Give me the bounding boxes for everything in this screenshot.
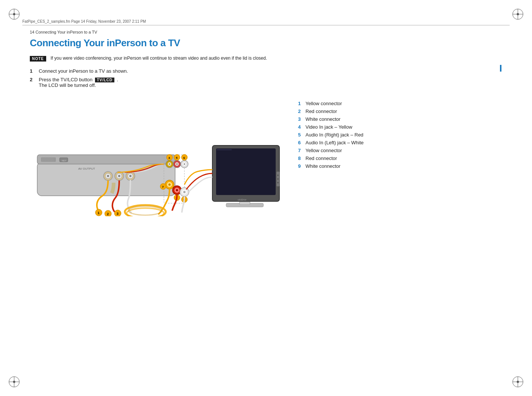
reg-mark-bl [7, 374, 22, 389]
svg-text:vio&me: vio&me [238, 198, 246, 201]
svg-rect-83 [217, 149, 232, 150]
reg-mark-tl [7, 7, 22, 22]
section-header: 14 Connecting Your inPerson to a TV [30, 30, 97, 34]
svg-point-38 [129, 175, 132, 177]
svg-text:6: 6 [183, 156, 185, 160]
legend-num-5: 5 [298, 132, 303, 138]
step-2-text: Press the TV/LCD button TV/LCD . The LCD… [39, 77, 118, 88]
diagram: NET AV OUTPUT [30, 97, 283, 217]
step-1-num: 1 [30, 68, 36, 74]
legend-item-4: 4 Video In jack – Yellow [298, 124, 387, 130]
svg-point-11 [13, 381, 15, 383]
legend-text-6: Audio In (Left) jack – White [305, 140, 364, 145]
legend-text-5: Audio In (Right) jack – Red [305, 132, 363, 138]
svg-point-66 [176, 189, 178, 191]
step-2: 2 Press the TV/LCD button TV/LCD . The L… [30, 77, 502, 88]
legend-text-9: White connector [305, 163, 341, 169]
legend-text-2: Red connector [305, 109, 337, 114]
svg-point-15 [517, 381, 519, 383]
legend-text-1: Yellow connector [305, 101, 342, 106]
svg-rect-17 [37, 155, 175, 164]
legend-text-8: Red connector [305, 155, 337, 161]
legend-item-9: 9 White connector [298, 163, 387, 169]
legend-item-6: 6 Audio In (Left) jack – White [298, 140, 387, 145]
legend-num-3: 3 [298, 116, 303, 122]
note-label: NOTE [30, 56, 46, 62]
legend-item-3: 3 White connector [298, 116, 387, 122]
svg-point-54 [184, 163, 185, 165]
svg-text:NET: NET [62, 160, 66, 162]
svg-text:5: 5 [176, 156, 178, 160]
note-text: If you were video conferencing, your inP… [51, 56, 267, 61]
steps: 1 Connect your inPerson to a TV as shown… [30, 68, 502, 88]
svg-point-87 [277, 178, 279, 180]
svg-point-7 [517, 13, 519, 15]
legend-num-6: 6 [298, 140, 303, 145]
svg-text:1: 1 [98, 211, 99, 215]
svg-point-35 [118, 175, 120, 177]
legend-text-3: White connector [305, 116, 341, 122]
legend-item-5: 5 Audio In (Right) jack – Red [298, 132, 387, 138]
legend-item-8: 8 Red connector [298, 155, 387, 161]
legend-item-2: 2 Red connector [298, 109, 387, 114]
file-info: FatPipe_CES_2_samples.fm Page 14 Friday,… [22, 19, 510, 25]
tvlcd-badge: TV/LCD [95, 78, 114, 82]
legend-text-7: Yellow connector [305, 148, 342, 153]
svg-point-86 [277, 175, 279, 176]
legend-text-4: Video In jack – Yellow [305, 124, 352, 130]
note-accent-bar [500, 65, 501, 72]
svg-text:2: 2 [107, 212, 109, 216]
svg-point-3 [13, 13, 15, 15]
legend-item-7: 7 Yellow connector [298, 148, 387, 153]
note-box: NOTE If you were video conferencing, you… [30, 56, 502, 62]
legend-num-7: 7 [298, 148, 303, 153]
step-1: 1 Connect your inPerson to a TV as shown… [30, 68, 502, 74]
svg-point-69 [183, 191, 186, 193]
svg-text:AV OUTPUT: AV OUTPUT [78, 167, 95, 170]
reg-mark-br [510, 374, 525, 389]
reg-mark-tr [510, 7, 525, 22]
page-title: Connecting Your inPerson to a TV [30, 37, 502, 49]
svg-text:3: 3 [117, 212, 118, 216]
diagram-area: NET AV OUTPUT [30, 97, 502, 217]
svg-text:7: 7 [162, 185, 164, 189]
svg-text:4: 4 [168, 156, 170, 160]
main-content: Connecting Your inPerson to a TV NOTE If… [30, 37, 502, 217]
svg-point-63 [168, 183, 171, 186]
legend: 1 Yellow connector 2 Red connector 3 Whi… [298, 97, 387, 169]
svg-rect-82 [216, 148, 276, 195]
legend-num-1: 1 [298, 101, 303, 106]
legend-num-9: 9 [298, 163, 303, 169]
svg-point-51 [176, 163, 178, 165]
legend-item-1: 1 Yellow connector [298, 101, 387, 106]
svg-point-32 [107, 175, 109, 177]
legend-num-4: 4 [298, 124, 303, 130]
step-2-num: 2 [30, 77, 36, 82]
svg-point-88 [277, 182, 279, 183]
svg-point-48 [169, 163, 170, 165]
legend-num-8: 8 [298, 155, 303, 161]
legend-num-2: 2 [298, 109, 303, 114]
step-1-text: Connect your inPerson to a TV as shown. [39, 68, 128, 74]
